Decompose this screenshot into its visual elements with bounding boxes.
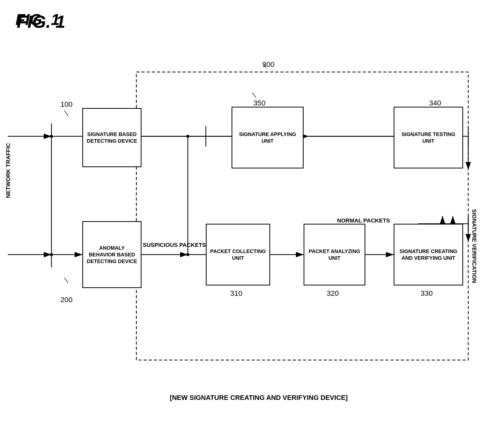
svg-point-5: [50, 135, 53, 138]
fig-title: FIG. 1: [17, 12, 65, 32]
signature-verification-label: SIGNATURE VERIFICATION: [471, 209, 478, 283]
ref-350: 350: [253, 99, 266, 107]
ref-310: 310: [230, 289, 242, 298]
svg-line-33: [64, 111, 68, 116]
packet-collecting-unit: PACKET COLLECTING UNIT: [206, 224, 270, 285]
sig-testing-unit: SIGNATURE TESTING UNIT: [394, 107, 463, 168]
ref-100: 100: [60, 100, 73, 109]
ref-200: 200: [60, 296, 73, 304]
sig-based-detecting-device: SIGNATURE BASED DETECTING DEVICE: [82, 108, 142, 167]
sig-creating-verifying-unit: SIGNATURE CREATING AND VERIFYING UNIT: [394, 224, 463, 285]
anomaly-behavior-detecting-device: ANOMALY BEHAVIOR BASED DETECTING DEVICE: [82, 221, 142, 288]
ref-330: 330: [421, 289, 433, 298]
packet-analyzing-unit: PACKET ANALYZING UNIT: [304, 224, 365, 285]
ref-340: 340: [429, 99, 441, 107]
svg-line-34: [64, 278, 68, 283]
suspicious-packets-label: SUSPICIOUS PACKETS: [143, 242, 206, 248]
svg-text:NORMAL PACKETS: NORMAL PACKETS: [337, 217, 390, 224]
svg-point-19: [186, 253, 189, 256]
svg-point-9: [50, 253, 53, 256]
svg-point-22: [186, 135, 189, 138]
ref-320: 320: [327, 289, 339, 298]
bottom-caption: [NEW SIGNATURE CREATING AND VERIFYING DE…: [170, 394, 348, 402]
svg-line-40: [252, 93, 256, 98]
ref-300: 300: [262, 60, 275, 69]
sig-applying-unit: SIGNATURE APPLYING UNIT: [232, 107, 304, 168]
network-traffic-label: NETWORK TRAFFIC: [5, 143, 12, 198]
